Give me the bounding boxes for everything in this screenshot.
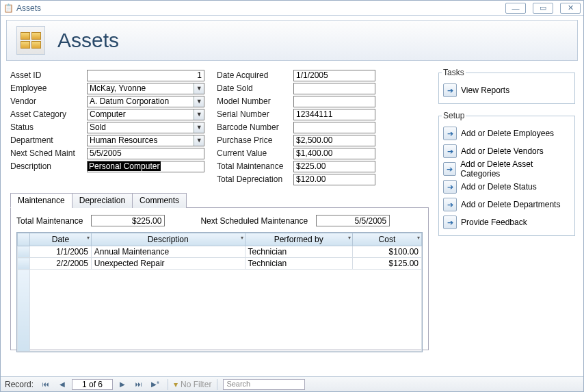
employee-label: Employee bbox=[10, 83, 87, 93]
category-dropdown[interactable]: ▼ bbox=[87, 109, 204, 120]
minimize-button[interactable]: — bbox=[505, 3, 526, 14]
window-title: Assets bbox=[16, 3, 41, 13]
date-sold-field[interactable] bbox=[293, 83, 375, 94]
chevron-down-icon: ▾ bbox=[348, 235, 351, 241]
grid-blank bbox=[29, 270, 421, 352]
last-record-button[interactable]: ⏭ bbox=[132, 378, 146, 391]
status-dropdown[interactable]: ▼ bbox=[87, 122, 204, 133]
date-acquired-label: Date Acquired bbox=[217, 70, 293, 80]
setup-group: Setup ➔Add or Delete Employees ➔Add or D… bbox=[438, 111, 575, 236]
window-controls: — ▭ ✕ bbox=[505, 3, 581, 14]
description-label: Description bbox=[10, 161, 87, 171]
record-navigator: Record: ⏮ ◀ 1 of 6 ▶ ⏭ ▶* ▾ No Filter Se… bbox=[1, 376, 583, 391]
view-reports-button[interactable]: ➔View Reports bbox=[442, 81, 572, 99]
total-depr-field[interactable] bbox=[293, 174, 375, 185]
arrow-right-icon: ➔ bbox=[443, 215, 457, 229]
current-value-label: Current Value bbox=[217, 148, 293, 158]
search-input[interactable]: Search bbox=[223, 379, 305, 390]
maximize-button[interactable]: ▭ bbox=[533, 3, 553, 14]
asset-id-label: Asset ID bbox=[10, 70, 87, 80]
total-maint-field[interactable] bbox=[293, 161, 375, 172]
tasks-legend: Tasks bbox=[442, 68, 466, 77]
model-field[interactable] bbox=[293, 96, 375, 107]
tab-body-maintenance: Total Maintenance Next Scheduled Mainten… bbox=[10, 208, 429, 350]
record-position[interactable]: 1 of 6 bbox=[72, 379, 113, 390]
page-header: Assets bbox=[6, 20, 578, 61]
side-panel: Tasks ➔View Reports Setup ➔Add or Delete… bbox=[433, 65, 578, 350]
total-maint-label: Total Maintenance bbox=[217, 161, 293, 171]
department-dropdown[interactable]: ▼ bbox=[87, 135, 204, 146]
next-sched-summary[interactable] bbox=[316, 215, 390, 226]
add-delete-status-button[interactable]: ➔Add or Delete Status bbox=[442, 178, 572, 196]
add-delete-vendors-button[interactable]: ➔Add or Delete Vendors bbox=[442, 142, 572, 160]
add-delete-categories-button[interactable]: ➔Add or Delete Asset Categories bbox=[442, 160, 572, 178]
table-row[interactable]: 2/2/2005 Unexpected Repair Technician $1… bbox=[18, 258, 422, 270]
add-delete-departments-button[interactable]: ➔Add or Delete Departments bbox=[442, 196, 572, 213]
col-date[interactable]: Date▾ bbox=[29, 233, 91, 246]
row-selector-header[interactable] bbox=[18, 233, 30, 246]
chevron-down-icon[interactable]: ▼ bbox=[194, 96, 204, 107]
total-depr-label: Total Depreciation bbox=[217, 174, 293, 184]
employee-dropdown[interactable]: ▼ bbox=[87, 83, 204, 94]
department-label: Department bbox=[10, 135, 87, 145]
purchase-field[interactable] bbox=[293, 135, 375, 146]
arrow-right-icon: ➔ bbox=[443, 162, 456, 176]
next-sched-label: Next Sched Maint bbox=[10, 148, 87, 158]
chevron-down-icon[interactable]: ▼ bbox=[194, 122, 204, 133]
form-icon: 📋 bbox=[3, 3, 14, 13]
right-column: Date Acquired Date Sold Model Number Ser… bbox=[217, 69, 375, 185]
add-delete-employees-button[interactable]: ➔Add or Delete Employees bbox=[442, 125, 572, 142]
arrow-right-icon: ➔ bbox=[443, 127, 457, 140]
model-label: Model Number bbox=[217, 96, 293, 106]
tab-maintenance[interactable]: Maintenance bbox=[10, 193, 72, 208]
form-area: Asset ID Employee▼ Vendor▼ Asset Categor… bbox=[6, 65, 433, 350]
left-column: Asset ID Employee▼ Vendor▼ Asset Categor… bbox=[10, 69, 204, 185]
assets-icon bbox=[16, 26, 45, 55]
barcode-field[interactable] bbox=[293, 122, 375, 133]
no-filter-label[interactable]: No Filter bbox=[181, 380, 211, 389]
serial-label: Serial Number bbox=[217, 109, 293, 119]
record-label: Record: bbox=[5, 380, 34, 389]
tasks-group: Tasks ➔View Reports bbox=[438, 68, 575, 104]
setup-legend: Setup bbox=[442, 111, 466, 120]
total-maint-summary-label: Total Maintenance bbox=[16, 216, 83, 226]
vendor-dropdown[interactable]: ▼ bbox=[87, 96, 204, 107]
page-title: Assets bbox=[57, 29, 119, 52]
provide-feedback-button[interactable]: ➔Provide Feedback bbox=[442, 213, 572, 231]
prev-record-button[interactable]: ◀ bbox=[55, 378, 69, 391]
purchase-label: Purchase Price bbox=[217, 135, 293, 145]
vendor-label: Vendor bbox=[10, 96, 87, 106]
next-record-button[interactable]: ▶ bbox=[116, 378, 129, 391]
tabs: Maintenance Depreciation Comments bbox=[10, 192, 429, 208]
chevron-down-icon[interactable]: ▼ bbox=[194, 109, 204, 120]
first-record-button[interactable]: ⏮ bbox=[39, 378, 53, 391]
description-field[interactable]: Personal Computer bbox=[87, 161, 204, 172]
col-description[interactable]: Description▾ bbox=[91, 233, 245, 246]
chevron-down-icon: ▾ bbox=[417, 235, 420, 241]
date-acquired-field[interactable] bbox=[293, 70, 375, 81]
tab-depreciation[interactable]: Depreciation bbox=[72, 193, 133, 208]
next-sched-summary-label: Next Scheduled Maintenance bbox=[200, 216, 308, 226]
asset-id-field[interactable] bbox=[87, 70, 204, 81]
col-cost[interactable]: Cost▾ bbox=[352, 233, 421, 246]
serial-field[interactable] bbox=[293, 109, 375, 120]
new-record-button[interactable]: ▶* bbox=[148, 378, 162, 391]
category-label: Asset Category bbox=[10, 109, 87, 119]
chevron-down-icon[interactable]: ▼ bbox=[194, 83, 204, 94]
status-label: Status bbox=[10, 122, 87, 132]
chevron-down-icon[interactable]: ▼ bbox=[194, 135, 204, 146]
table-row[interactable]: 1/1/2005 Annual Maintenance Technician $… bbox=[18, 246, 422, 258]
barcode-label: Barcode Number bbox=[217, 122, 293, 132]
next-sched-field[interactable] bbox=[87, 148, 204, 159]
arrow-right-icon: ➔ bbox=[443, 180, 457, 194]
maintenance-grid[interactable]: Date▾ Description▾ Performed by▾ Cost▾ 1… bbox=[16, 232, 423, 352]
arrow-right-icon: ➔ bbox=[443, 144, 457, 158]
current-value-field[interactable] bbox=[293, 148, 375, 159]
close-button[interactable]: ✕ bbox=[560, 3, 581, 14]
date-sold-label: Date Sold bbox=[217, 83, 293, 93]
chevron-down-icon: ▾ bbox=[87, 235, 90, 241]
total-maint-summary[interactable] bbox=[91, 215, 165, 226]
titlebar: 📋 Assets — ▭ ✕ bbox=[1, 1, 583, 16]
tab-comments[interactable]: Comments bbox=[132, 193, 187, 208]
col-performed-by[interactable]: Performed by▾ bbox=[245, 233, 352, 246]
